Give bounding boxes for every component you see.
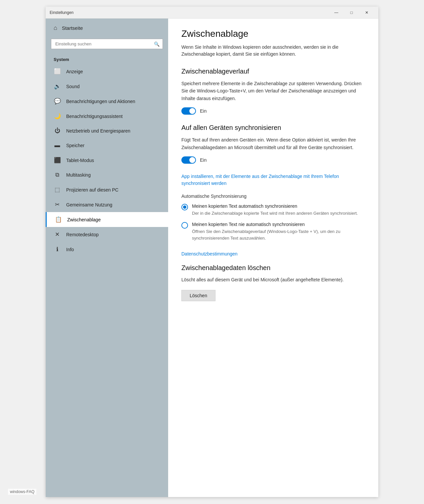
sidebar-item-remotedesktop[interactable]: ✕Remotedesktop: [46, 227, 168, 242]
history-section-desc: Speichert mehrere Elemente in die Zwisch…: [181, 80, 365, 102]
sidebar: Startseite 🔍 System ⬜Anzeige🔊Sound💬Benac…: [46, 19, 168, 497]
content-area: Startseite 🔍 System ⬜Anzeige🔊Sound💬Benac…: [46, 19, 378, 497]
sidebar-item-label-zwischenablage: Zwischenablage: [67, 217, 101, 222]
notif-assist-icon: 🌙: [54, 113, 61, 120]
sidebar-home[interactable]: Startseite: [46, 19, 168, 37]
privacy-link[interactable]: Datenschutzbestimmungen: [181, 251, 365, 257]
sidebar-search-container: 🔍: [51, 39, 163, 49]
sidebar-item-benachrichtigungsassistent[interactable]: 🌙Benachrichtigungsassistent: [46, 109, 168, 124]
radio-circle-auto[interactable]: [181, 204, 188, 210]
project-icon: ⬚: [54, 186, 61, 193]
radio-label-auto: Meinen kopierten Text automatisch synchr…: [192, 203, 358, 209]
delete-section-title: Zwischenablagedaten löschen: [181, 264, 365, 272]
power-icon: ⏻: [54, 128, 61, 134]
maximize-button[interactable]: □: [344, 8, 359, 18]
sidebar-item-label-speicher: Speicher: [66, 143, 84, 148]
sidebar-item-label-tablet: Tablet-Modus: [66, 158, 94, 163]
search-input[interactable]: [51, 39, 163, 49]
display-icon: ⬜: [54, 68, 61, 75]
home-icon: [54, 25, 57, 31]
notif-icon: 💬: [54, 98, 61, 105]
install-app-link[interactable]: App installieren, mit der Elemente aus d…: [181, 173, 365, 187]
sidebar-home-label: Startseite: [62, 25, 83, 31]
history-toggle[interactable]: [181, 107, 196, 115]
history-toggle-row: Ein: [181, 107, 365, 115]
radio-label-never: Meinen kopierten Text nie automatisch sy…: [192, 222, 365, 227]
radio-item-auto: Meinen kopierten Text automatisch synchr…: [181, 203, 365, 217]
sidebar-item-label-projizieren: Projizieren auf diesen PC: [66, 187, 118, 193]
history-section-title: Zwischenablageverlauf: [181, 68, 365, 75]
page-description: Wenn Sie Inhalte in Windows kopieren ode…: [181, 44, 365, 58]
radio-desc-never: Öffnen Sie den Zwischenablageverlauf (Wi…: [192, 228, 365, 241]
titlebar: Einstellungen — □ ✕: [46, 7, 378, 19]
window-title: Einstellungen: [50, 10, 73, 15]
sidebar-item-label-info: Info: [66, 247, 74, 252]
sidebar-item-zwischenablage[interactable]: 📋Zwischenablage: [46, 212, 168, 227]
radio-desc-auto: Der in die Zwischenablage kopierte Text …: [192, 210, 358, 217]
sound-icon: 🔊: [54, 83, 61, 90]
main-content: Zwischenablage Wenn Sie Inhalte in Windo…: [168, 19, 378, 497]
sync-toggle[interactable]: [181, 156, 196, 164]
info-icon: ℹ: [54, 246, 61, 253]
sidebar-item-label-benachrichtigungen: Benachrichtigungen und Aktionen: [66, 99, 135, 104]
radio-group-sync: Meinen kopierten Text automatisch synchr…: [181, 203, 365, 242]
auto-sync-label: Automatische Synchronisierung: [181, 194, 365, 199]
sync-section-desc: Fügt Text auf Ihren anderen Geräten ein.…: [181, 136, 365, 151]
storage-icon: ▬: [54, 142, 61, 149]
sidebar-section-label: System: [46, 54, 168, 64]
multitask-icon: ⧉: [54, 172, 61, 178]
page-title: Zwischenablage: [181, 28, 365, 39]
delete-section-desc: Löscht alles auf diesem Gerät und bei Mi…: [181, 276, 365, 283]
sidebar-item-label-multitasking: Multitasking: [66, 172, 91, 178]
window-controls: — □ ✕: [329, 8, 374, 18]
sidebar-item-speicher[interactable]: ▬Speicher: [46, 138, 168, 153]
shared-icon: ✂: [54, 201, 61, 208]
minimize-button[interactable]: —: [329, 8, 344, 18]
sidebar-item-tablet[interactable]: ⬛Tablet-Modus: [46, 153, 168, 168]
radio-content-auto: Meinen kopierten Text automatisch synchr…: [192, 203, 358, 217]
sidebar-item-label-anzeige: Anzeige: [66, 69, 83, 74]
sync-toggle-label: Ein: [200, 157, 207, 163]
sidebar-item-label-gemeinsame: Gemeinsame Nutzung: [66, 202, 112, 207]
sidebar-item-multitasking[interactable]: ⧉Multitasking: [46, 168, 168, 182]
sidebar-item-anzeige[interactable]: ⬜Anzeige: [46, 64, 168, 79]
tablet-icon: ⬛: [54, 157, 61, 164]
sidebar-item-info[interactable]: ℹInfo: [46, 242, 168, 257]
clipboard-icon: 📋: [55, 216, 62, 223]
sidebar-nav: ⬜Anzeige🔊Sound💬Benachrichtigungen und Ak…: [46, 64, 168, 257]
sidebar-item-label-sound: Sound: [66, 84, 79, 89]
watermark: windows-FAQ: [8, 489, 36, 495]
delete-button[interactable]: Löschen: [181, 290, 215, 301]
sidebar-item-label-netzbetrieb: Netzbetrieb und Energiesparen: [66, 128, 130, 134]
sidebar-item-netzbetrieb[interactable]: ⏻Netzbetrieb und Energiesparen: [46, 124, 168, 138]
radio-item-never: Meinen kopierten Text nie automatisch sy…: [181, 222, 365, 241]
history-toggle-label: Ein: [200, 108, 207, 114]
remote-icon: ✕: [54, 231, 61, 238]
sync-toggle-row: Ein: [181, 156, 365, 164]
sidebar-item-projizieren[interactable]: ⬚Projizieren auf diesen PC: [46, 182, 168, 197]
sidebar-item-gemeinsame[interactable]: ✂Gemeinsame Nutzung: [46, 197, 168, 212]
sidebar-item-label-remotedesktop: Remotedesktop: [66, 232, 99, 237]
radio-content-never: Meinen kopierten Text nie automatisch sy…: [192, 222, 365, 241]
settings-window: Einstellungen — □ ✕ Startseite 🔍 System …: [46, 7, 378, 497]
sidebar-item-benachrichtigungen[interactable]: 💬Benachrichtigungen und Aktionen: [46, 94, 168, 109]
sidebar-item-sound[interactable]: 🔊Sound: [46, 79, 168, 94]
close-button[interactable]: ✕: [359, 8, 374, 18]
radio-circle-never[interactable]: [181, 222, 188, 229]
sidebar-item-label-benachrichtigungsassistent: Benachrichtigungsassistent: [66, 114, 122, 119]
sync-section-title: Auf allen Geräten synchronisieren: [181, 124, 365, 132]
